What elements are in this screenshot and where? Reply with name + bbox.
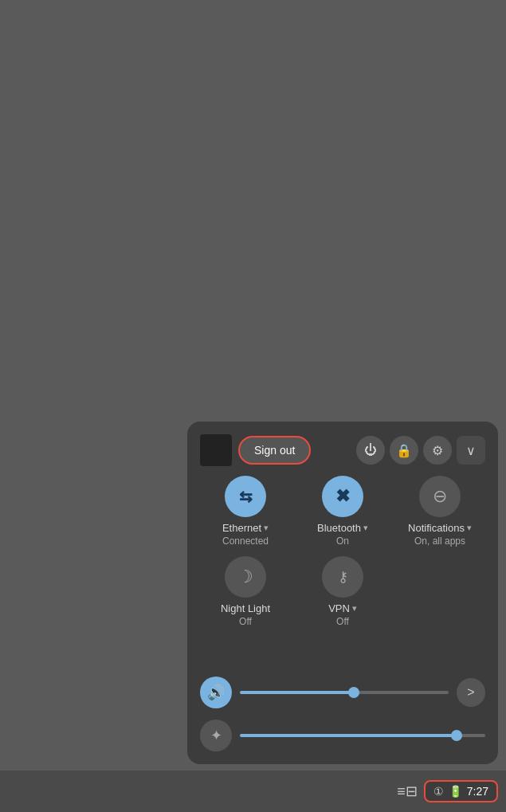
ethernet-dropdown-arrow: ▾ — [264, 523, 269, 533]
ethernet-icon-circle: ⇆ — [225, 476, 266, 517]
header-icons: ⏻ 🔒 ⚙ ∨ — [356, 436, 485, 465]
notification-badge-icon: ① — [433, 785, 444, 798]
brightness-icon: ✦ — [210, 727, 222, 744]
header-row: Sign out ⏻ 🔒 ⚙ ∨ — [200, 434, 485, 466]
settings-button[interactable]: ⚙ — [423, 436, 452, 465]
notifications-toggle[interactable]: ⊖ Notifications ▾ On, all apps — [394, 476, 485, 547]
vpn-toggle[interactable]: ⚷ VPN ▾ Off — [297, 556, 388, 627]
bluetooth-toggle[interactable]: ✖ Bluetooth ▾ On — [297, 476, 388, 547]
brightness-row: ✦ — [200, 720, 485, 751]
notifications-dropdown-arrow: ▾ — [467, 523, 472, 533]
chevron-down-icon: ∨ — [466, 443, 476, 458]
bluetooth-label: Bluetooth ▾ — [317, 522, 368, 534]
volume-row: 🔊 > — [200, 677, 485, 708]
spacer — [200, 637, 485, 661]
night-light-toggle[interactable]: ☽ Night Light Off — [200, 556, 291, 627]
expand-icon: > — [467, 685, 474, 700]
vpn-icon-circle: ⚷ — [322, 556, 363, 598]
lock-button[interactable]: 🔒 — [390, 436, 418, 465]
brightness-slider[interactable] — [240, 734, 485, 737]
clock-time: 7:27 — [467, 785, 488, 798]
volume-button[interactable]: 🔊 — [200, 677, 232, 708]
vpn-sublabel: Off — [336, 616, 349, 627]
bluetooth-sublabel: On — [336, 535, 349, 547]
notifications-sublabel: On, all apps — [414, 535, 465, 547]
moon-icon: ☽ — [237, 567, 253, 587]
sliders-section: 🔊 > ✦ — [200, 677, 485, 751]
toggles-row-1: ⇆ Ethernet ▾ Connected ✖ Bluetooth ▾ On … — [200, 476, 485, 547]
volume-icon: 🔊 — [207, 684, 225, 701]
volume-expand-button[interactable]: > — [457, 678, 485, 707]
vpn-label: VPN ▾ — [328, 602, 357, 614]
quick-settings-panel: Sign out ⏻ 🔒 ⚙ ∨ ⇆ Ethernet ▾ — [187, 422, 498, 764]
key-icon: ⚷ — [338, 568, 348, 586]
lock-icon: 🔒 — [396, 443, 412, 458]
toggles-row-2: ☽ Night Light Off ⚷ VPN ▾ Off — [200, 556, 485, 627]
bluetooth-icon: ✖ — [335, 486, 350, 507]
night-light-label: Night Light — [221, 602, 270, 614]
night-light-icon-circle: ☽ — [225, 556, 266, 598]
avatar — [200, 434, 232, 466]
vpn-dropdown-arrow: ▾ — [352, 603, 357, 614]
night-light-sublabel: Off — [239, 616, 252, 627]
gear-icon: ⚙ — [432, 443, 443, 458]
volume-slider[interactable] — [240, 691, 449, 694]
playlist-icon[interactable]: ≡⊟ — [397, 783, 418, 800]
sign-out-button[interactable]: Sign out — [238, 436, 311, 465]
brightness-button[interactable]: ✦ — [200, 720, 232, 751]
bluetooth-icon-circle: ✖ — [322, 476, 363, 517]
ethernet-label: Ethernet ▾ — [222, 522, 269, 534]
ethernet-toggle[interactable]: ⇆ Ethernet ▾ Connected — [200, 476, 291, 547]
notifications-icon: ⊖ — [433, 486, 447, 507]
battery-icon: 🔋 — [449, 785, 462, 798]
taskbar: ≡⊟ ① 🔋 7:27 — [0, 771, 506, 812]
chevron-button[interactable]: ∨ — [457, 436, 485, 465]
bluetooth-dropdown-arrow: ▾ — [363, 523, 368, 533]
power-icon: ⏻ — [364, 443, 377, 457]
ethernet-icon: ⇆ — [239, 487, 253, 506]
notifications-icon-circle: ⊖ — [419, 476, 461, 517]
power-button[interactable]: ⏻ — [356, 436, 385, 465]
notifications-label: Notifications ▾ — [408, 522, 472, 534]
status-cluster[interactable]: ① 🔋 7:27 — [424, 780, 498, 802]
ethernet-sublabel: Connected — [222, 535, 269, 547]
